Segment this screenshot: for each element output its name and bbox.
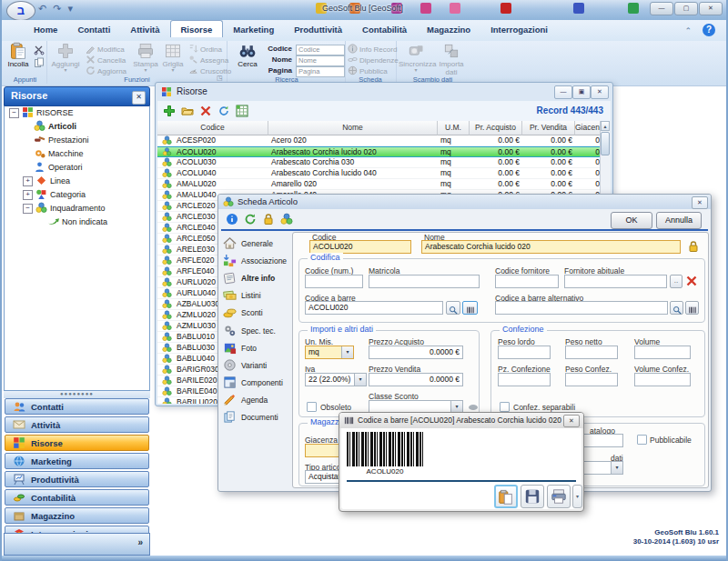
tree-item-operatori[interactable]: Operatori xyxy=(5,161,149,175)
tree-item-categoria[interactable]: +Categoria xyxy=(5,188,149,202)
volume-confez-input[interactable] xyxy=(634,373,691,386)
tree-item-macchine[interactable]: Macchine xyxy=(5,147,149,161)
peso-confez-input[interactable] xyxy=(565,373,618,386)
edit-button[interactable]: Modifica xyxy=(86,44,125,54)
tab-contabilit-[interactable]: Contabilità xyxy=(352,21,417,37)
tree-item-articoli[interactable]: Articoli xyxy=(5,120,149,134)
grid-button[interactable]: Griglia▾ xyxy=(160,42,186,75)
table-row[interactable]: ACOLU020Arabescato Corchia lucido 020mq0… xyxy=(157,146,602,157)
column-header-nome[interactable]: Nome xyxy=(268,121,438,135)
barcode-close-button[interactable]: ✕ xyxy=(563,415,580,427)
barcode-save-button[interactable] xyxy=(521,485,544,508)
nome-search-input[interactable]: Nome xyxy=(296,55,345,66)
peso-lordo-input[interactable] xyxy=(498,346,551,359)
sidebar-item-contabilit-[interactable]: Contabilità xyxy=(5,489,149,506)
tab-home[interactable]: Home xyxy=(24,21,67,37)
barcode-alt-view-button[interactable] xyxy=(685,301,699,315)
dialog-nav-foto[interactable]: Foto xyxy=(223,341,290,356)
ok-button[interactable]: OK xyxy=(611,212,652,229)
nome-input[interactable]: Arabescato Corchia lucido 020 xyxy=(421,240,681,254)
prezzo-vendita-input[interactable]: 0.0000 € xyxy=(369,373,463,386)
dialog-nav-associazione[interactable]: Associazione xyxy=(223,254,290,269)
matricola-input[interactable] xyxy=(369,275,480,288)
tree-expander-icon[interactable]: − xyxy=(23,204,33,214)
dialog-nav-sconti[interactable]: Sconti xyxy=(223,306,290,321)
sidebar-item-attivit-[interactable]: Attività xyxy=(5,416,149,433)
sort-button[interactable]: Ordina xyxy=(188,44,222,54)
paste-button[interactable]: Incolla xyxy=(5,42,32,75)
tree-item-non-indicata[interactable]: Non indicata xyxy=(5,215,149,229)
dialog-nav-agenda[interactable]: Agenda xyxy=(223,393,290,408)
barcode-alt-search-button[interactable] xyxy=(670,301,683,315)
copy-icon[interactable] xyxy=(34,57,45,68)
sidebar-close-icon[interactable]: ✕ xyxy=(132,91,146,105)
tab-risorse[interactable]: Risorse xyxy=(170,20,224,37)
codice-input[interactable]: ACOLU020 xyxy=(309,240,411,254)
column-header-pr-acquisto[interactable]: Pr. Acquisto xyxy=(470,121,522,135)
info-record-button[interactable]: Info Record xyxy=(348,44,397,54)
lock-icon[interactable] xyxy=(262,213,275,225)
tree-item-inquadramento[interactable]: −Inquadramento xyxy=(5,202,149,215)
barcode-search-button[interactable] xyxy=(446,301,460,315)
clear-supplier-icon[interactable] xyxy=(685,275,698,287)
dialog-nav-componenti[interactable]: Componenti xyxy=(223,376,290,391)
pz-confezione-input[interactable] xyxy=(498,373,551,386)
tree-expander-icon[interactable]: + xyxy=(23,176,33,186)
cancel-button[interactable]: Annulla xyxy=(656,212,702,229)
codice-num-input[interactable] xyxy=(305,275,363,288)
tab-produttivit-[interactable]: Produttività xyxy=(284,21,352,37)
codice-a-barre-input[interactable]: ACOLU020 xyxy=(305,301,443,315)
table-row[interactable]: AMALU020Amarello 020mq0.00 €0.00 €0 xyxy=(157,179,602,190)
barcode-view-button[interactable] xyxy=(462,301,478,315)
close-button[interactable]: ✕ xyxy=(699,2,723,15)
tab-magazzino[interactable]: Magazzino xyxy=(417,21,480,37)
un-mis-combo[interactable]: mq▾ xyxy=(305,346,354,359)
assign-button[interactable]: Assegna xyxy=(188,55,228,65)
dialog-titlebar[interactable]: Scheda Articolo ✕ xyxy=(218,195,711,209)
tree-item-prestazioni[interactable]: Prestazioni xyxy=(5,134,149,147)
fornitore-abituale-input[interactable] xyxy=(564,275,667,288)
dialog-nav-altre-info[interactable]: Altre info xyxy=(223,271,290,286)
sidebar-item-magazzino[interactable]: Magazzino xyxy=(5,507,149,524)
refresh-button[interactable]: Aggiorna xyxy=(86,65,126,75)
volume-input[interactable] xyxy=(634,346,691,359)
quick-access-toolbar[interactable]: ↶ ↷ ▾ xyxy=(38,3,75,15)
sidebar-item-risorse[interactable]: Risorse xyxy=(5,435,149,451)
peso-netto-input[interactable] xyxy=(565,346,618,359)
open-record-icon[interactable] xyxy=(181,105,194,117)
add-button[interactable]: Aggiungi▾ xyxy=(49,42,82,75)
scroll-up-icon[interactable]: ▲ xyxy=(601,121,610,131)
barcode-copy-button[interactable] xyxy=(494,485,518,508)
sidebar-item-produttivit-[interactable]: Produttività xyxy=(5,471,149,487)
minimize-button[interactable]: — xyxy=(650,2,673,15)
table-row[interactable]: ACOLU030Arabescato Corchia 030mq0.00 €0.… xyxy=(157,157,602,168)
search-button[interactable]: Cerca xyxy=(230,42,265,75)
nav-overflow-chevron-icon[interactable]: » xyxy=(137,537,143,547)
confez-separabili-checkbox[interactable] xyxy=(500,402,510,412)
sidebar-splitter[interactable]: ●●●●●●●● xyxy=(4,391,150,398)
print-button[interactable]: Stampa▾ xyxy=(133,42,158,75)
list-maximize-button[interactable]: ▣ xyxy=(572,85,591,99)
minimize-ribbon-icon[interactable]: ⌃ xyxy=(684,26,692,35)
dialog-nav-varianti[interactable]: Varianti xyxy=(223,358,290,374)
delete-button[interactable]: Cancella xyxy=(86,55,126,65)
tab-interrogazioni[interactable]: Interrogazioni xyxy=(480,21,558,37)
codice-search-input[interactable]: Codice xyxy=(296,45,345,55)
dialog-nav-listini[interactable]: Listini xyxy=(223,288,290,304)
publish-button[interactable]: Pubblica xyxy=(348,65,388,75)
add-record-icon[interactable] xyxy=(163,105,176,117)
tree-expander-icon[interactable]: + xyxy=(23,190,33,200)
synchronize-button[interactable]: Sincronizza▾ xyxy=(399,42,433,75)
list-window-titlebar[interactable]: Risorse — ▣ ✕ xyxy=(156,83,612,101)
refresh-icon[interactable] xyxy=(244,213,257,225)
help-button[interactable]: ? xyxy=(703,24,715,36)
tab-contatti[interactable]: Contatti xyxy=(67,21,120,37)
tree-expander-icon[interactable]: − xyxy=(9,108,19,118)
list-close-button[interactable]: ✕ xyxy=(591,85,609,99)
info-icon[interactable] xyxy=(226,213,238,225)
maximize-button[interactable]: ▢ xyxy=(674,2,698,15)
tab-attivit-[interactable]: Attività xyxy=(120,21,169,37)
prezzo-acquisto-input[interactable]: 0.0000 € xyxy=(369,346,463,359)
scroll-thumb[interactable] xyxy=(601,132,610,155)
dashboard-button[interactable]: Cruscotto xyxy=(188,65,231,75)
